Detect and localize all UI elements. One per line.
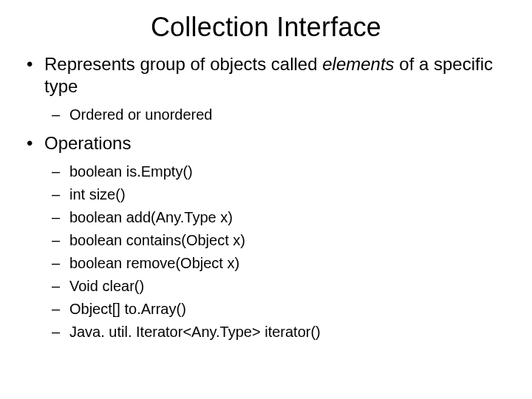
op-remove: boolean remove(Object x) <box>44 253 510 273</box>
op-isempty: boolean is.Empty() <box>44 162 510 182</box>
sub-ordered-unordered: Ordered or unordered <box>44 105 510 125</box>
page-title: Collection Interface <box>22 12 510 43</box>
bullet-operations-sublist: boolean is.Empty() int size() boolean ad… <box>44 162 510 342</box>
bullet-elements: Represents group of objects called eleme… <box>22 53 510 125</box>
op-iterator: Java. util. Iterator<Any.Type> iterator(… <box>44 322 510 342</box>
bullet-elements-em: elements <box>322 54 394 74</box>
op-size: int size() <box>44 185 510 205</box>
bullet-list: Represents group of objects called eleme… <box>22 53 510 342</box>
bullet-operations: Operations boolean is.Empty() int size()… <box>22 132 510 342</box>
op-contains: boolean contains(Object x) <box>44 231 510 250</box>
op-toarray: Object[] to.Array() <box>44 299 510 319</box>
op-clear: Void clear() <box>44 276 510 296</box>
op-add: boolean add(Any.Type x) <box>44 208 510 228</box>
bullet-elements-sublist: Ordered or unordered <box>44 105 510 125</box>
slide: Collection Interface Represents group of… <box>0 0 532 399</box>
bullet-operations-label: Operations <box>44 133 131 153</box>
bullet-elements-pre: Represents group of objects called <box>44 54 322 74</box>
